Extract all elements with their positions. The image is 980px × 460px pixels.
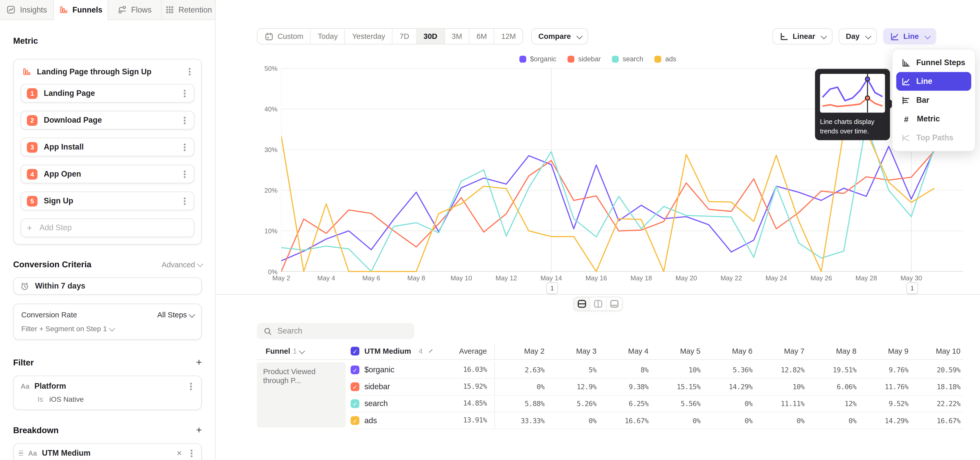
kebab-menu-icon[interactable] — [189, 71, 191, 73]
menu-item-metric[interactable]: #Metric — [896, 110, 971, 128]
annotation-marker-may-30[interactable]: 1 — [906, 282, 918, 294]
row-checkbox[interactable]: ✓ — [351, 382, 360, 391]
menu-item-label: Line — [916, 77, 932, 86]
date-range-30d[interactable]: 30D — [417, 29, 445, 44]
legend-item-ads[interactable]: ads — [655, 55, 676, 62]
funnel-column-header[interactable]: Funnel 1 — [257, 347, 351, 356]
layout-split-vertical-toggle[interactable] — [590, 297, 606, 310]
kebab-menu-icon[interactable] — [190, 385, 192, 387]
date-range-custom[interactable]: Custom — [258, 29, 311, 44]
day-column-header: May 7 — [755, 347, 807, 356]
kebab-menu-icon[interactable] — [184, 173, 186, 175]
annotation-marker-may-14[interactable]: 1 — [546, 282, 558, 294]
advanced-dropdown[interactable]: Advanced — [162, 260, 202, 269]
remove-breakdown-icon[interactable]: × — [177, 449, 182, 457]
conversion-rate-steps-dropdown[interactable]: All Steps — [157, 310, 194, 319]
legend-swatch — [655, 56, 662, 62]
select-all-checkbox[interactable]: ✓ — [351, 347, 360, 356]
breakdown-column-header[interactable]: ✓ UTM Medium 4 — [351, 347, 410, 356]
filter-value[interactable]: iOS Native — [49, 396, 84, 403]
filter-segment-dropdown[interactable]: Filter + Segment on Step 1 — [21, 325, 194, 332]
compare-button[interactable]: Compare — [531, 28, 589, 45]
chart-type-button[interactable]: Line — [883, 28, 936, 45]
series-line-search[interactable] — [281, 124, 934, 272]
funnel-step-4[interactable]: 4 App Open — [21, 165, 194, 183]
kebab-menu-icon[interactable] — [184, 119, 186, 121]
breakdown-card[interactable]: Aa UTM Medium × — [13, 443, 202, 460]
date-range-label: 3M — [452, 32, 462, 41]
filter-card: Aa Platform Is iOS Native — [13, 375, 202, 410]
legend-item-organic[interactable]: $organic — [519, 55, 556, 62]
granularity-button[interactable]: Day — [839, 28, 877, 45]
tab-flows[interactable]: Flows — [108, 0, 162, 20]
y-axis-label: 20% — [240, 187, 277, 194]
report-toolbar: CustomTodayYesterday7D30D3M6M12M Compare… — [257, 28, 936, 45]
day-column-header: May 4 — [599, 347, 651, 356]
row-checkbox[interactable]: ✓ — [351, 366, 360, 374]
menu-item-line[interactable]: Line — [896, 72, 971, 91]
drag-handle-icon[interactable] — [19, 450, 23, 456]
funnel-step-5[interactable]: 5 Sign Up — [21, 192, 194, 210]
filter-section-title: Filter — [13, 358, 34, 367]
row-day-value: 5.88% — [495, 400, 547, 408]
legend-item-sidebar[interactable]: sidebar — [568, 55, 601, 62]
date-range-7d[interactable]: 7D — [393, 29, 417, 44]
conversion-window-label: Within 7 days — [35, 282, 85, 290]
row-day-value: 5% — [547, 366, 599, 374]
table-search-input[interactable]: Search — [257, 323, 414, 339]
series-line-ads[interactable] — [281, 131, 934, 272]
kebab-menu-icon[interactable] — [184, 200, 186, 202]
funnels-icon — [22, 67, 32, 77]
date-range-3m[interactable]: 3M — [445, 29, 469, 44]
row-day-value: 0% — [547, 417, 599, 425]
conversion-window-button[interactable]: Within 7 days — [13, 277, 202, 295]
table-row-ads[interactable]: ✓ ads 13.91%33.33%0%16.67%0%0%0%0%14.29%… — [351, 412, 963, 429]
kebab-menu-icon[interactable] — [191, 452, 192, 454]
day-column-header: May 2 — [495, 347, 547, 356]
date-range-label: Custom — [277, 32, 303, 41]
series-line-organic[interactable] — [281, 147, 934, 261]
step-label: Sign Up — [44, 196, 175, 205]
menu-item-funnel-steps[interactable]: Funnel Steps — [896, 53, 971, 72]
tab-insights[interactable]: Insights — [0, 0, 54, 20]
table-row-sidebar[interactable]: ✓ sidebar 15.92%0%12.9%9.38%15.15%14.29%… — [351, 379, 963, 396]
x-axis-label: May 30 — [891, 274, 931, 282]
add-step-button[interactable]: + Add Step — [21, 219, 194, 237]
table-row-organic[interactable]: ✓ $organic 16.03%2.63%5%8%10%5.36%12.82%… — [351, 362, 963, 379]
date-range-today[interactable]: Today — [311, 29, 345, 44]
funnel-step-1[interactable]: 1 Landing Page — [21, 84, 194, 102]
chart-type-menu: Funnel StepsLineBar#MetricTop Paths — [892, 49, 976, 152]
scale-button[interactable]: Linear — [773, 28, 833, 45]
layout-bottom-panel-toggle[interactable] — [606, 297, 622, 310]
date-range-12m[interactable]: 12M — [494, 29, 523, 44]
add-filter-button[interactable]: + — [196, 357, 202, 367]
y-axis-label: 30% — [240, 146, 277, 153]
row-day-value: 5.56% — [651, 400, 703, 408]
row-checkbox[interactable]: ✓ — [351, 399, 360, 408]
metric-header[interactable]: Landing Page through Sign Up — [21, 65, 194, 84]
table-row-search[interactable]: ✓ search 14.85%5.88%5.26%6.25%5.56%0%11.… — [351, 396, 963, 412]
funnel-step-2[interactable]: 2 Download Page — [21, 111, 194, 129]
metric-card: Landing Page through Sign Up 1 Landing P… — [13, 59, 202, 244]
funnel-header-label: Funnel — [266, 347, 290, 356]
date-range-yesterday[interactable]: Yesterday — [345, 29, 393, 44]
filter-property[interactable]: Platform — [35, 382, 183, 390]
tab-retention[interactable]: Retention — [162, 0, 216, 20]
funnel-name-cell[interactable]: Product Viewed through P... — [257, 363, 346, 428]
day-column-header: May 3 — [547, 347, 599, 356]
row-day-value: 6.25% — [599, 400, 651, 408]
kebab-menu-icon[interactable] — [184, 92, 186, 94]
funnel-step-3[interactable]: 3 App Install — [21, 138, 194, 157]
date-range-6m[interactable]: 6M — [469, 29, 494, 44]
step-number-badge: 2 — [27, 115, 38, 126]
legend-item-search[interactable]: search — [612, 55, 643, 62]
menu-item-bar[interactable]: Bar — [896, 91, 971, 109]
layout-split-horizontal-toggle[interactable] — [574, 297, 590, 310]
row-checkbox[interactable]: ✓ — [351, 416, 360, 425]
filter-operator[interactable]: Is — [38, 396, 43, 403]
conversion-rate-card: Conversion Rate All Steps Filter + Segme… — [13, 303, 202, 340]
tab-funnels[interactable]: Funnels — [54, 0, 108, 20]
row-day-value: 10% — [651, 366, 703, 374]
kebab-menu-icon[interactable] — [184, 146, 186, 148]
add-breakdown-button[interactable]: + — [196, 425, 202, 435]
